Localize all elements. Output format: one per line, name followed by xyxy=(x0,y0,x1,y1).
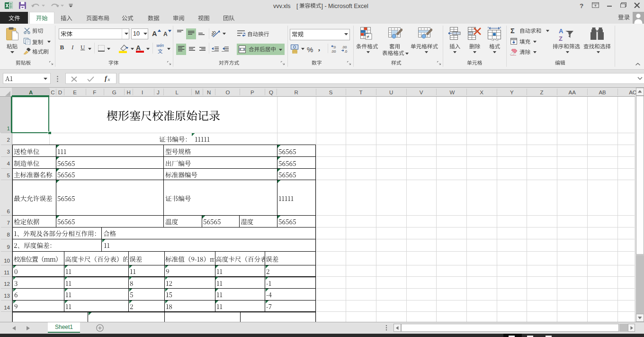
svg-text:A: A xyxy=(559,27,564,35)
svg-text:≠: ≠ xyxy=(367,34,370,39)
svg-text:Z: Z xyxy=(559,35,563,41)
svg-text:.00: .00 xyxy=(342,45,347,49)
svg-text:.0: .0 xyxy=(333,45,336,49)
svg-text:.00: .00 xyxy=(331,49,336,53)
svg-text:.0: .0 xyxy=(344,49,347,53)
